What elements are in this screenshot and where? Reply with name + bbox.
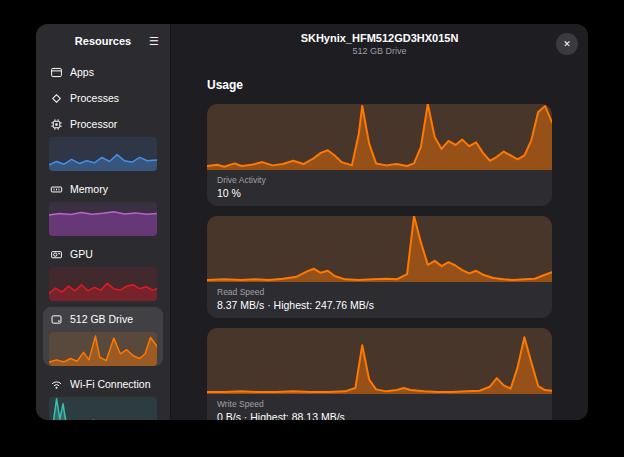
drive-mini-chart xyxy=(49,332,157,366)
drive-activity-value: 10 % xyxy=(217,187,542,199)
sidebar-item-label: Processes xyxy=(70,92,119,104)
drive-activity-card: Drive Activity 10 % xyxy=(207,104,552,206)
header-bar: SKHynix_HFM512GD3HX015N 512 GB Drive ✕ xyxy=(171,24,588,64)
sidebar-header: Resources ☰ xyxy=(36,24,170,58)
sidebar-item-processes[interactable]: Processes xyxy=(43,86,163,110)
memory-mini-chart xyxy=(49,202,157,236)
usage-section-title: Usage xyxy=(207,78,552,92)
sidebar-item-gpu[interactable]: GPU xyxy=(43,242,163,301)
read-speed-value: 8.37 MB/s · Highest: 247.76 MB/s xyxy=(217,299,542,311)
close-icon: ✕ xyxy=(563,39,571,49)
desktop-background: Resources ☰ Apps xyxy=(0,0,624,457)
main-panel: SKHynix_HFM512GD3HX015N 512 GB Drive ✕ U… xyxy=(171,24,588,420)
sidebar-item-processor[interactable]: Processor xyxy=(43,112,163,171)
memory-icon xyxy=(49,182,63,196)
processor-mini-chart xyxy=(49,137,157,171)
write-speed-label: Write Speed xyxy=(217,399,542,409)
write-speed-card: Write Speed 0 B/s · Highest: 88.13 MB/s xyxy=(207,328,552,420)
main-menu-button[interactable]: ☰ xyxy=(144,31,164,51)
drive-activity-label: Drive Activity xyxy=(217,175,542,185)
apps-icon xyxy=(49,65,63,79)
window-title: SKHynix_HFM512GD3HX015N xyxy=(301,32,459,45)
sidebar-item-label: Processor xyxy=(70,118,117,130)
usage-section: Usage Drive Activity 10 % Read Speed 8.3… xyxy=(171,64,588,420)
sidebar-title: Resources xyxy=(75,35,131,47)
write-speed-value: 0 B/s · Highest: 88.13 MB/s xyxy=(217,411,542,420)
close-button[interactable]: ✕ xyxy=(556,33,578,55)
gpu-mini-chart xyxy=(49,267,157,301)
read-speed-card: Read Speed 8.37 MB/s · Highest: 247.76 M… xyxy=(207,216,552,318)
read-speed-chart xyxy=(207,216,552,282)
sidebar-item-drive[interactable]: 512 GB Drive xyxy=(43,307,163,366)
title-block: SKHynix_HFM512GD3HX015N 512 GB Drive xyxy=(301,32,459,57)
sidebar-item-memory[interactable]: Memory xyxy=(43,177,163,236)
read-speed-label: Read Speed xyxy=(217,287,542,297)
resources-window: Resources ☰ Apps xyxy=(36,24,588,420)
sidebar: Resources ☰ Apps xyxy=(36,24,171,420)
sidebar-item-label: Apps xyxy=(70,66,94,78)
drive-icon xyxy=(49,312,63,326)
sidebar-list: Apps Processes xyxy=(36,58,170,420)
drive-activity-chart xyxy=(207,104,552,170)
hamburger-menu-icon: ☰ xyxy=(149,35,159,47)
window-subtitle: 512 GB Drive xyxy=(301,46,459,57)
sidebar-item-label: 512 GB Drive xyxy=(70,313,133,325)
sidebar-item-label: GPU xyxy=(70,248,93,260)
wifi-icon xyxy=(49,377,63,391)
wifi-mini-chart xyxy=(49,397,157,420)
processes-icon xyxy=(49,91,63,105)
processor-icon xyxy=(49,117,63,131)
gpu-icon xyxy=(49,247,63,261)
write-speed-chart xyxy=(207,328,552,394)
sidebar-item-wifi[interactable]: Wi-Fi Connection xyxy=(43,372,163,420)
sidebar-item-label: Wi-Fi Connection xyxy=(70,378,151,390)
sidebar-item-apps[interactable]: Apps xyxy=(43,60,163,84)
sidebar-item-label: Memory xyxy=(70,183,108,195)
